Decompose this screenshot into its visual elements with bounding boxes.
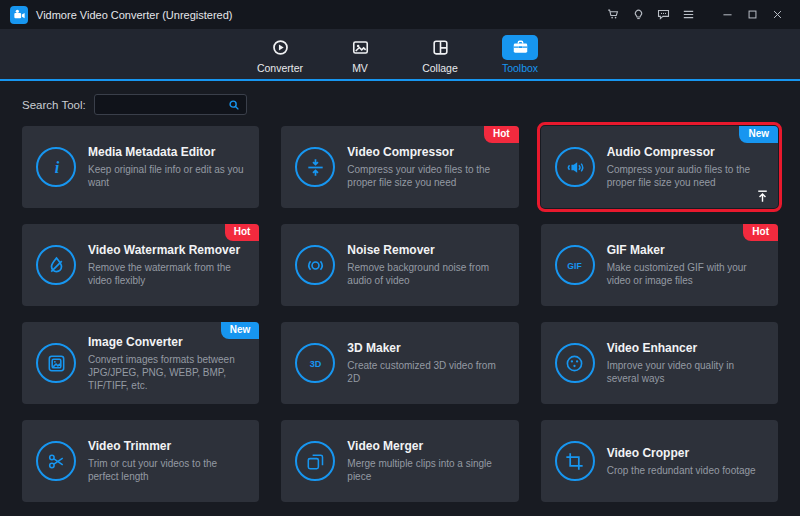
tab-mv[interactable]: MV: [330, 35, 390, 74]
svg-text:GIF: GIF: [567, 260, 581, 270]
converter-icon: [262, 35, 298, 60]
toolbox-content: Search Tool: iMedia Metadata EditorKeep …: [0, 94, 800, 502]
titlebar-actions: [601, 3, 790, 26]
card-description: Convert images formats between JPG/JPEG,…: [88, 353, 245, 392]
card-text: Video TrimmerTrim or cut your videos to …: [88, 439, 249, 483]
card-title: Video Watermark Remover: [88, 243, 245, 257]
tool-card-video-cropper[interactable]: Video CropperCrop the redundant video fo…: [541, 420, 778, 502]
card-title: 3D Maker: [347, 341, 504, 355]
main-tabbar: ConverterMVCollageToolbox: [0, 29, 800, 81]
maximize-button[interactable]: [740, 3, 765, 26]
tool-card-audio-compressor[interactable]: Audio CompressorCompress your audio file…: [541, 126, 778, 208]
card-title: Image Converter: [88, 335, 245, 349]
card-text: Video Watermark RemoverRemove the waterm…: [88, 243, 249, 287]
card-description: Keep original file info or edit as you w…: [88, 163, 245, 189]
card-description: Improve your video quality in several wa…: [607, 359, 764, 385]
card-description: Merge multiple clips into a single piece: [347, 457, 504, 483]
tool-card-video-merger[interactable]: Video MergerMerge multiple clips into a …: [281, 420, 518, 502]
collage-icon: [422, 35, 458, 60]
tool-card-media-metadata-editor[interactable]: iMedia Metadata EditorKeep original file…: [22, 126, 259, 208]
svg-text:i: i: [54, 157, 59, 176]
tab-label: Converter: [257, 62, 303, 74]
tool-card-video-trimmer[interactable]: Video TrimmerTrim or cut your videos to …: [22, 420, 259, 502]
tool-card-gif-maker[interactable]: GIFGIF MakerMake customized GIF with you…: [541, 224, 778, 306]
search-input[interactable]: [95, 99, 222, 111]
card-title: Noise Remover: [347, 243, 504, 257]
info-icon: i: [36, 147, 76, 187]
tab-label: Toolbox: [502, 62, 538, 74]
video-merger-icon: [295, 441, 335, 481]
card-text: Noise RemoverRemove background noise fro…: [347, 243, 508, 287]
tool-card-video-compressor[interactable]: Video CompressorCompress your video file…: [281, 126, 518, 208]
tool-card-video-watermark-remover[interactable]: Video Watermark RemoverRemove the waterm…: [22, 224, 259, 306]
svg-text:3D: 3D: [310, 358, 322, 368]
card-title: Video Compressor: [347, 145, 504, 159]
card-text: 3D MakerCreate customized 3D video from …: [347, 341, 508, 385]
hot-badge: Hot: [484, 126, 519, 143]
card-text: Image ConverterConvert images formats be…: [88, 335, 249, 392]
video-cropper-icon: [555, 441, 595, 481]
feedback-icon[interactable]: [651, 3, 676, 26]
card-title: GIF Maker: [607, 243, 764, 257]
tool-card-noise-remover[interactable]: Noise RemoverRemove background noise fro…: [281, 224, 518, 306]
hot-badge: Hot: [225, 224, 260, 241]
tab-toolbox[interactable]: Toolbox: [490, 35, 550, 74]
tool-card-image-converter[interactable]: Image ConverterConvert images formats be…: [22, 322, 259, 404]
card-text: Video EnhancerImprove your video quality…: [607, 341, 768, 385]
image-converter-icon: [36, 343, 76, 383]
card-title: Video Trimmer: [88, 439, 245, 453]
card-description: Remove the watermark from the video flex…: [88, 261, 245, 287]
hot-badge: Hot: [743, 224, 778, 241]
tool-card-3d-maker[interactable]: 3D3D MakerCreate customized 3D video fro…: [281, 322, 518, 404]
audio-compressor-icon: [555, 147, 595, 187]
video-enhancer-icon: [555, 343, 595, 383]
card-title: Video Enhancer: [607, 341, 764, 355]
video-trimmer-icon: [36, 441, 76, 481]
bulb-icon[interactable]: [626, 3, 651, 26]
card-description: Make customized GIF with your video or i…: [607, 261, 764, 287]
watermark-remover-icon: [36, 245, 76, 285]
card-title: Video Cropper: [607, 446, 756, 460]
card-title: Media Metadata Editor: [88, 145, 245, 159]
tool-card-video-enhancer[interactable]: Video EnhancerImprove your video quality…: [541, 322, 778, 404]
menu-icon[interactable]: [676, 3, 701, 26]
window-title: Vidmore Video Converter (Unregistered): [36, 9, 232, 21]
gif-maker-icon: GIF: [555, 245, 595, 285]
card-description: Compress your video files to the proper …: [347, 163, 504, 189]
tool-grid: iMedia Metadata EditorKeep original file…: [22, 126, 778, 502]
card-description: Create customized 3D video from 2D: [347, 359, 504, 385]
mv-icon: [342, 35, 378, 60]
card-text: Media Metadata EditorKeep original file …: [88, 145, 249, 189]
minimize-button[interactable]: [715, 3, 740, 26]
card-text: Audio CompressorCompress your audio file…: [607, 145, 768, 189]
card-text: Video CompressorCompress your video file…: [347, 145, 508, 189]
new-badge: New: [739, 126, 778, 143]
3d-maker-icon: 3D: [295, 343, 335, 383]
search-icon[interactable]: [222, 95, 246, 114]
card-text: Video CropperCrop the redundant video fo…: [607, 446, 760, 477]
new-badge: New: [221, 322, 260, 339]
app-window: Vidmore Video Converter (Unregistered) C…: [0, 0, 800, 516]
card-description: Remove background noise from audio of vi…: [347, 261, 504, 287]
tab-converter[interactable]: Converter: [250, 35, 310, 74]
card-description: Compress your audio files to the proper …: [607, 163, 764, 189]
noise-remover-icon: [295, 245, 335, 285]
toolbox-icon: [502, 35, 538, 60]
titlebar: Vidmore Video Converter (Unregistered): [0, 0, 800, 29]
search-label: Search Tool:: [22, 99, 86, 111]
card-text: Video MergerMerge multiple clips into a …: [347, 439, 508, 483]
card-description: Crop the redundant video footage: [607, 464, 756, 477]
cart-icon[interactable]: [601, 3, 626, 26]
tab-label: MV: [352, 62, 368, 74]
card-title: Audio Compressor: [607, 145, 764, 159]
card-title: Video Merger: [347, 439, 504, 453]
video-compressor-icon: [295, 147, 335, 187]
card-text: GIF MakerMake customized GIF with your v…: [607, 243, 768, 287]
scroll-to-top-icon[interactable]: [754, 188, 771, 205]
card-description: Trim or cut your videos to the perfect l…: [88, 457, 245, 483]
search-row: Search Tool:: [22, 94, 800, 115]
tab-collage[interactable]: Collage: [410, 35, 470, 74]
app-logo-icon: [10, 6, 28, 24]
tab-label: Collage: [422, 62, 458, 74]
close-button[interactable]: [765, 3, 790, 26]
